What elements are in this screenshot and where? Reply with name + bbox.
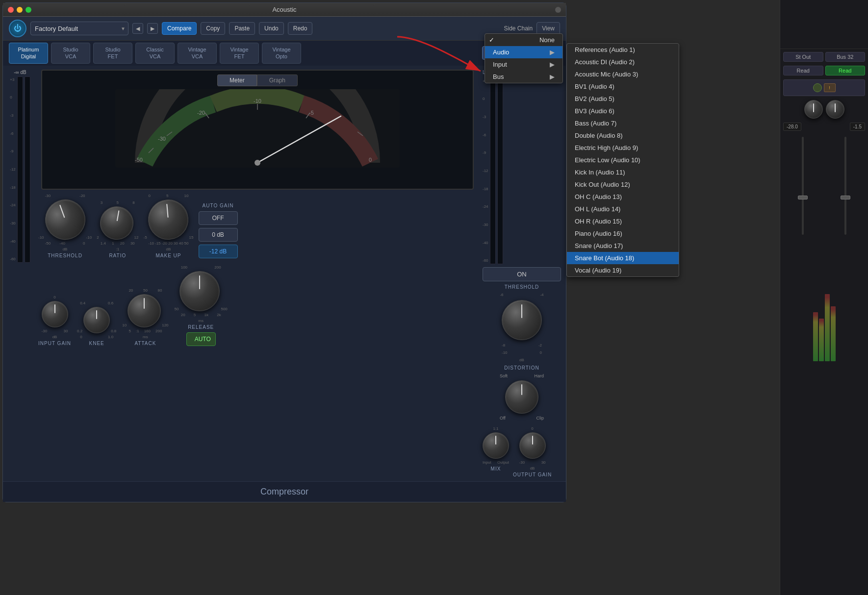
input-gain-knob[interactable] <box>42 301 68 327</box>
right-close-icon[interactable] <box>555 7 561 13</box>
input-label: Input <box>493 61 507 68</box>
route-buttons-row: St Out Bus 32 <box>783 52 865 62</box>
knee-knob[interactable] <box>83 307 110 333</box>
threshold-knob-group: -30-20 -10 -10 -50-400 dB THRESHOLD <box>38 194 92 258</box>
auto-gain-0db-button[interactable]: 0 dB <box>199 228 238 242</box>
svg-text:0: 0 <box>369 157 372 163</box>
audio-item-13[interactable]: OH C (Audio 13) <box>567 191 679 203</box>
side-chain-label: Side Chain <box>504 25 533 32</box>
sidechain-input-item[interactable]: Input ▶ <box>485 58 562 71</box>
nav-prev-button[interactable]: ◀ <box>132 23 143 34</box>
copy-button[interactable]: Copy <box>201 22 225 35</box>
redo-button[interactable]: Redo <box>288 22 313 35</box>
audio-item-1[interactable]: References (Audio 1) <box>567 44 679 56</box>
release-label: RELEASE <box>188 324 214 330</box>
volume-value-1: -28.0 <box>783 123 801 131</box>
fader-track-2[interactable] <box>844 137 846 235</box>
st-out-button[interactable]: St Out <box>783 52 823 62</box>
audio-item-5[interactable]: BV2 (Audio 5) <box>567 93 679 105</box>
audio-item-19[interactable]: Vocal (Audio 19) <box>567 264 679 276</box>
audio-item-17[interactable]: Snare (Audio 17) <box>567 240 679 252</box>
audio-item-6[interactable]: BV3 (Audio 6) <box>567 105 679 117</box>
main-faders <box>783 137 865 235</box>
audio-item-10[interactable]: Electric Low (Audio 10) <box>567 154 679 166</box>
undo-button[interactable]: Undo <box>259 22 284 35</box>
graph-tab[interactable]: Graph <box>257 74 298 86</box>
fader-handle-2[interactable] <box>841 196 850 199</box>
vu-gauge-svg: -50 -30 -20 -10 -5 0 <box>115 89 400 168</box>
auto-gain-neg12-button[interactable]: -12 dB <box>199 245 238 258</box>
close-button[interactable] <box>8 7 14 13</box>
auto-button[interactable]: AUTO <box>186 332 216 346</box>
maximize-button[interactable] <box>26 7 31 13</box>
clip-label: Clip <box>536 416 544 421</box>
bus-32-button[interactable]: Bus 32 <box>825 52 866 62</box>
release-knob[interactable] <box>179 271 220 311</box>
pan-knobs-row <box>783 100 865 119</box>
plugin-window: Acoustic ⏻ Factory Default ◀ ▶ Compare C… <box>2 2 566 502</box>
center-display: Meter Graph -50 -30 -20 <box>36 70 479 477</box>
fader-track-1[interactable] <box>802 137 804 235</box>
daw-meter-bar-2 <box>819 319 824 362</box>
bus-label: Bus <box>493 73 504 80</box>
tab-vintage-opto[interactable]: Vintage Opto <box>262 43 301 64</box>
preset-dropdown[interactable]: Factory Default <box>30 22 128 35</box>
minimize-button[interactable] <box>17 7 23 13</box>
window-title: Acoustic <box>272 6 296 13</box>
threshold-knob[interactable] <box>39 194 91 245</box>
tab-vintage-fet[interactable]: Vintage FET <box>220 43 259 64</box>
audio-item-12[interactable]: Kick Out (Audio 12) <box>567 178 679 191</box>
distortion-knob[interactable] <box>505 380 538 414</box>
mix-knob[interactable] <box>483 432 509 459</box>
tab-vintage-vca[interactable]: Vintage VCA <box>178 43 217 64</box>
attack-knob[interactable] <box>128 294 161 327</box>
audio-item-9[interactable]: Electric High (Audio 9) <box>567 142 679 154</box>
threshold-right-knob[interactable] <box>502 300 542 340</box>
audio-item-2[interactable]: Acoustic DI (Audio 2) <box>567 56 679 68</box>
fader-handle-1[interactable] <box>798 196 808 199</box>
channel-strip: St Out Bus 32 Read Read ! -28.0 -1.5 <box>780 49 868 364</box>
audio-item-15[interactable]: OH R (Audio 15) <box>567 215 679 227</box>
tab-classic-vca[interactable]: Classic VCA <box>135 43 175 64</box>
sidechain-audio-item[interactable]: Audio ▶ <box>485 46 562 58</box>
sidechain-bus-item[interactable]: Bus ▶ <box>485 71 562 83</box>
audio-submenu-menu: References (Audio 1) Acoustic DI (Audio … <box>566 43 679 277</box>
audio-item-4[interactable]: BV1 (Audio 4) <box>567 80 679 93</box>
threshold-scale-bottom: -50-400 <box>45 241 85 246</box>
audio-item-16[interactable]: Piano (Audio 16) <box>567 227 679 240</box>
right-panel: LIMITER -∞ dB +3 0 -3 -6 -9 -12 -18 -24 … <box>483 70 561 477</box>
makeup-knob[interactable] <box>146 198 190 241</box>
paste-button[interactable]: Paste <box>229 22 255 35</box>
tab-studio-vca[interactable]: Studio VCA <box>51 43 90 64</box>
tab-platinum-digital[interactable]: Platinum Digital <box>9 43 48 64</box>
meter-tab[interactable]: Meter <box>217 74 257 86</box>
makeup-label: MAKE UP <box>155 253 181 258</box>
left-bar-2 <box>25 76 30 263</box>
daw-pan-knob-1[interactable] <box>804 100 823 119</box>
auto-gain-off-button[interactable]: OFF <box>199 211 238 225</box>
bottom-knobs-row: 0 -3030 dB INPUT GAIN 0.40.6 0.2 <box>36 262 479 349</box>
limiter-on-button[interactable]: ON <box>483 267 561 281</box>
sidechain-none-item[interactable]: None <box>485 34 562 46</box>
nav-next-button[interactable]: ▶ <box>147 23 158 34</box>
audio-item-3[interactable]: Acoustic Mic (Audio 3) <box>567 68 679 80</box>
auto-gain-section: AUTO GAIN OFF 0 dB -12 dB <box>199 203 238 258</box>
audio-item-8[interactable]: Double (Audio 8) <box>567 129 679 142</box>
audio-item-11[interactable]: Kick In (Audio 11) <box>567 166 679 178</box>
compare-button[interactable]: Compare <box>162 22 197 35</box>
ratio-knob[interactable] <box>97 203 136 242</box>
power-button[interactable]: ⏻ <box>9 20 26 37</box>
read-button-1[interactable]: Read <box>783 66 823 75</box>
daw-pan-knob-2[interactable] <box>826 100 844 119</box>
svg-text:-30: -30 <box>158 136 166 142</box>
read-button-2[interactable]: Read <box>825 66 866 75</box>
output-gain-knob[interactable] <box>519 432 546 459</box>
mix-label: MIX <box>491 466 501 471</box>
audio-item-18[interactable]: Snare Bot (Audio 18) <box>567 252 679 264</box>
audio-item-7[interactable]: Bass (Audio 7) <box>567 117 679 129</box>
tab-studio-fet[interactable]: Studio FET <box>93 43 132 64</box>
ratio-label: RATIO <box>109 253 126 258</box>
audio-item-14[interactable]: OH L (Audio 14) <box>567 203 679 215</box>
comp-tabs-row: Platinum Digital Studio VCA Studio FET C… <box>3 41 566 66</box>
insert-icon <box>813 83 822 92</box>
